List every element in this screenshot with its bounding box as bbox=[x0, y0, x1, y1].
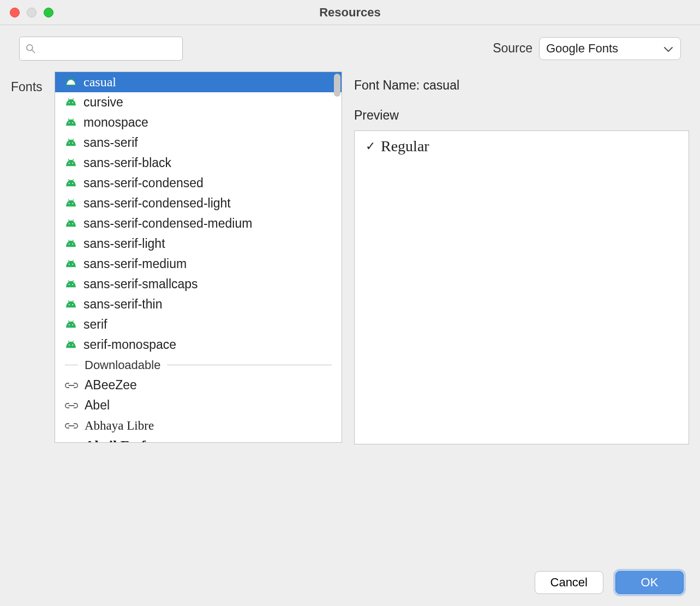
font-item-label: cursive bbox=[83, 95, 123, 110]
android-icon bbox=[65, 259, 77, 269]
search-input[interactable] bbox=[40, 42, 178, 55]
font-item-abhaya-libre[interactable]: Abhaya Libre bbox=[55, 415, 342, 436]
svg-point-29 bbox=[72, 344, 73, 345]
svg-point-5 bbox=[72, 102, 73, 103]
svg-point-4 bbox=[69, 102, 70, 103]
svg-point-16 bbox=[69, 223, 70, 224]
svg-line-1 bbox=[32, 50, 35, 52]
font-item-serif-monospace[interactable]: serif-monospace bbox=[55, 335, 342, 355]
minimize-window-icon bbox=[27, 8, 37, 17]
font-item-sans-serif-condensed[interactable]: sans-serif-condensed bbox=[55, 173, 342, 193]
font-item-sans-serif[interactable]: sans-serif bbox=[55, 133, 342, 153]
font-name-label: Font Name: bbox=[354, 78, 420, 92]
svg-point-11 bbox=[72, 162, 73, 163]
font-item-label: sans-serif-condensed-light bbox=[83, 196, 231, 211]
link-icon bbox=[65, 442, 78, 443]
font-item-sans-serif-thin[interactable]: sans-serif-thin bbox=[55, 294, 342, 314]
font-item-monospace[interactable]: monospace bbox=[55, 112, 342, 133]
font-item-label: sans-serif-light bbox=[83, 236, 165, 251]
svg-point-13 bbox=[72, 182, 73, 183]
preview-box: ✓ Regular bbox=[354, 130, 689, 444]
link-icon bbox=[65, 421, 78, 430]
font-item-label: sans-serif-condensed bbox=[83, 176, 204, 191]
cancel-button[interactable]: Cancel bbox=[535, 571, 603, 594]
font-item-casual[interactable]: casual bbox=[55, 72, 342, 92]
preview-style-item[interactable]: ✓ Regular bbox=[366, 138, 678, 155]
preview-label: Preview bbox=[354, 108, 689, 123]
link-icon bbox=[65, 381, 78, 390]
close-window-icon[interactable] bbox=[10, 8, 20, 17]
chevron-down-icon bbox=[664, 41, 673, 56]
font-item-label: sans-serif-smallcaps bbox=[83, 277, 198, 292]
svg-point-28 bbox=[69, 344, 70, 345]
search-icon bbox=[25, 43, 36, 54]
font-item-sans-serif-light[interactable]: sans-serif-light bbox=[55, 234, 342, 254]
font-item-label: casual bbox=[83, 75, 116, 90]
svg-point-9 bbox=[72, 142, 73, 143]
svg-point-21 bbox=[72, 263, 73, 264]
check-icon: ✓ bbox=[366, 139, 375, 153]
traffic-lights bbox=[10, 8, 53, 17]
svg-point-10 bbox=[69, 162, 70, 163]
android-icon bbox=[65, 280, 77, 289]
font-item-label: sans-serif-black bbox=[83, 156, 171, 170]
font-item-label: serif-monospace bbox=[83, 337, 176, 352]
svg-point-26 bbox=[69, 324, 70, 325]
android-icon bbox=[65, 118, 77, 128]
svg-point-2 bbox=[69, 81, 70, 82]
svg-point-12 bbox=[69, 182, 70, 183]
svg-point-15 bbox=[72, 203, 73, 204]
font-item-sans-serif-smallcaps[interactable]: sans-serif-smallcaps bbox=[55, 274, 342, 294]
font-item-abril-fatf[interactable]: Abril Fatf bbox=[55, 436, 342, 442]
dialog-footer: Cancel OK bbox=[535, 571, 684, 594]
android-icon bbox=[65, 138, 77, 148]
svg-point-7 bbox=[72, 122, 73, 123]
font-item-label: ABeeZee bbox=[85, 378, 137, 393]
preview-style-label: Regular bbox=[381, 138, 429, 155]
android-icon bbox=[65, 340, 77, 350]
downloadable-divider: Downloadable bbox=[55, 355, 342, 375]
zoom-window-icon[interactable] bbox=[44, 8, 53, 17]
font-item-label: Abril Fatf bbox=[85, 438, 146, 443]
link-icon bbox=[65, 401, 78, 410]
font-item-sans-serif-black[interactable]: sans-serif-black bbox=[55, 153, 342, 173]
search-field[interactable] bbox=[19, 37, 183, 61]
font-item-abeezee[interactable]: ABeeZee bbox=[55, 375, 342, 395]
font-item-sans-serif-condensed-medium[interactable]: sans-serif-condensed-medium bbox=[55, 213, 342, 234]
scrollbar-thumb[interactable] bbox=[334, 74, 340, 97]
toolbar: Source Google Fonts bbox=[0, 25, 700, 72]
ok-button[interactable]: OK bbox=[615, 571, 684, 594]
android-icon bbox=[65, 199, 77, 209]
font-item-cursive[interactable]: cursive bbox=[55, 92, 342, 112]
font-item-label: sans-serif-medium bbox=[83, 257, 187, 271]
font-item-label: Abel bbox=[85, 398, 110, 413]
android-icon bbox=[65, 320, 77, 330]
font-item-label: Abhaya Libre bbox=[85, 419, 154, 433]
source-label: Source bbox=[493, 41, 533, 56]
titlebar: Resources bbox=[0, 0, 700, 25]
android-icon bbox=[65, 78, 77, 87]
svg-point-24 bbox=[69, 304, 70, 305]
source-dropdown[interactable]: Google Fonts bbox=[539, 37, 681, 60]
android-icon bbox=[65, 300, 77, 310]
svg-point-25 bbox=[72, 304, 73, 305]
svg-point-14 bbox=[69, 203, 70, 204]
font-item-label: monospace bbox=[83, 115, 148, 130]
font-item-sans-serif-condensed-light[interactable]: sans-serif-condensed-light bbox=[55, 193, 342, 213]
android-icon bbox=[65, 219, 77, 229]
preview-panel: Font Name: casual Preview ✓ Regular bbox=[342, 72, 689, 444]
window-title: Resources bbox=[0, 5, 700, 20]
svg-point-3 bbox=[72, 81, 73, 82]
svg-point-8 bbox=[69, 142, 70, 143]
font-item-sans-serif-medium[interactable]: sans-serif-medium bbox=[55, 254, 342, 274]
android-icon bbox=[65, 179, 77, 188]
font-list[interactable]: casualcursivemonospacesans-serifsans-ser… bbox=[55, 72, 342, 443]
android-icon bbox=[65, 239, 77, 249]
font-item-label: serif bbox=[83, 317, 107, 332]
font-item-abel[interactable]: Abel bbox=[55, 395, 342, 415]
font-item-serif[interactable]: serif bbox=[55, 314, 342, 335]
font-name-value: casual bbox=[423, 78, 459, 92]
font-item-label: sans-serif-condensed-medium bbox=[83, 216, 252, 231]
svg-point-18 bbox=[69, 243, 70, 244]
svg-point-17 bbox=[72, 223, 73, 224]
